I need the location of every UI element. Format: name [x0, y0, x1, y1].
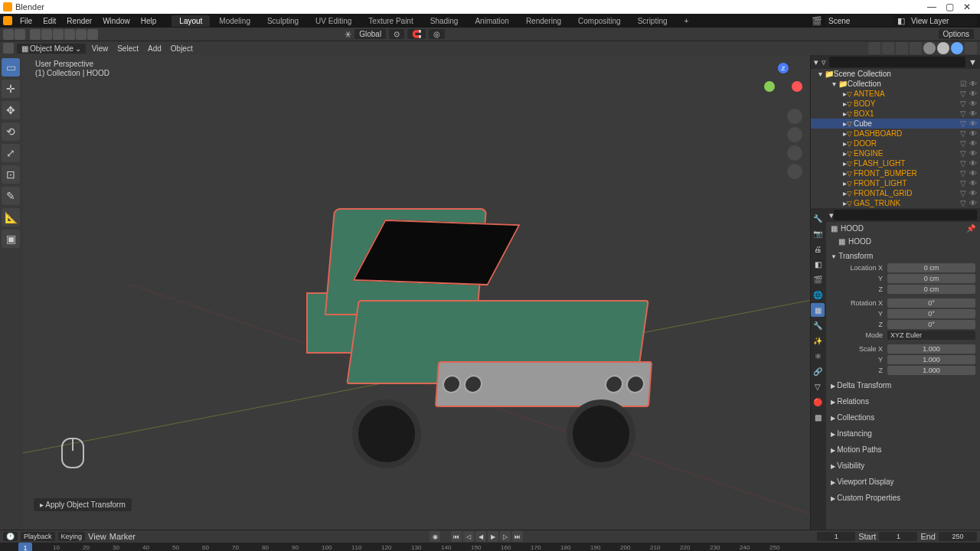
prop-tab-particle[interactable]: ✨	[811, 334, 825, 347]
menu-render[interactable]: Render	[62, 17, 96, 25]
shading-rendered-icon[interactable]	[951, 42, 963, 54]
close-button[interactable]: ✕	[963, 2, 971, 12]
camera-icon[interactable]	[787, 145, 802, 161]
outliner-display-icon[interactable]: ▾	[814, 57, 818, 67]
viewport-menu-view[interactable]: View	[89, 44, 112, 53]
workspace-scripting[interactable]: Scripting	[630, 15, 675, 27]
mesh-data-icon[interactable]: ▽	[960, 159, 968, 168]
viewlayer-input[interactable]	[908, 15, 977, 26]
prop-tab-scene[interactable]: 🎬	[811, 272, 825, 286]
menu-help[interactable]: Help	[136, 17, 162, 25]
eye-icon[interactable]: 👁	[969, 169, 977, 178]
keyframe-prev-icon[interactable]: ◁	[463, 531, 474, 542]
prop-tab-physics[interactable]: ⚛	[811, 349, 825, 363]
prop-tab-constraint[interactable]: 🔗	[811, 364, 825, 378]
outliner-item[interactable]: ▸ ▽ FRONTAL_GRID▽👁	[811, 188, 980, 198]
properties-dataname[interactable]: ▦ HOOD	[826, 235, 980, 248]
proportional-dropdown[interactable]: ◎	[429, 29, 445, 39]
3d-viewport[interactable]: User Perspective (1) Collection | HOOD	[23, 55, 810, 530]
eye-icon[interactable]: 👁	[969, 99, 977, 108]
prop-tab-texture[interactable]: ▩	[811, 410, 825, 424]
workspace-compositing[interactable]: Compositing	[570, 15, 629, 27]
playhead[interactable]: 1	[18, 543, 32, 551]
eye-icon[interactable]: 👁	[969, 109, 977, 118]
annotate-tool[interactable]: ✎	[2, 187, 20, 205]
play-icon[interactable]: ▶	[488, 531, 498, 542]
select-box-tool[interactable]: ▭	[2, 58, 20, 77]
mesh-data-icon[interactable]: ▽	[960, 119, 968, 128]
jump-end-icon[interactable]: ⏭	[512, 531, 523, 542]
cursor-tool-icon[interactable]	[3, 29, 14, 40]
keying-menu[interactable]: Keying	[58, 532, 86, 541]
workspace-layout[interactable]: Layout	[172, 15, 210, 27]
properties-section-header[interactable]: Viewport Display	[831, 475, 975, 488]
menu-window[interactable]: Window	[98, 17, 135, 25]
eye-icon[interactable]: 👁	[969, 139, 977, 148]
mesh-data-icon[interactable]: ▽	[960, 199, 968, 207]
eye-icon[interactable]: 👁	[969, 199, 977, 207]
outliner-item[interactable]: ▸ ▽ FLASH_LIGHT▽👁	[811, 158, 980, 168]
measure-tool[interactable]: 📐	[2, 208, 20, 227]
end-frame-field[interactable]: 250	[939, 532, 977, 541]
rotation-mode-dropdown[interactable]: XYZ Euler	[887, 331, 975, 340]
scale-z-field[interactable]: 1.000	[887, 366, 975, 375]
outliner-item[interactable]: ▸ ▽ FRONT_LIGHT▽👁	[811, 178, 980, 188]
start-frame-field[interactable]: 1	[879, 532, 917, 541]
prop-tab-data[interactable]: ▽	[811, 380, 825, 393]
add-cube-tool[interactable]: ▣	[2, 230, 20, 248]
workspace-shading[interactable]: Shading	[423, 15, 466, 27]
eye-icon[interactable]: 👁	[969, 129, 977, 138]
marker-menu[interactable]: Marker	[109, 532, 136, 541]
workspace-add[interactable]: +	[677, 15, 697, 27]
outliner-item[interactable]: ▸ ▽ DOOR▽👁	[811, 139, 980, 148]
mesh-data-icon[interactable]: ▽	[960, 169, 968, 178]
mesh-data-icon[interactable]: ▽	[960, 189, 968, 197]
viewport-menu-add[interactable]: Add	[145, 44, 165, 53]
location-z-field[interactable]: 0 cm	[887, 285, 975, 294]
outliner-collection[interactable]: ▾ 📁 Collection ☑👁	[811, 79, 980, 89]
pin-icon[interactable]: 📌	[966, 224, 975, 233]
jump-start-icon[interactable]: ⏮	[451, 531, 462, 542]
rotation-x-field[interactable]: 0°	[887, 298, 975, 308]
rotation-z-field[interactable]: 0°	[887, 320, 975, 329]
mesh-data-icon[interactable]: ▽	[960, 129, 968, 138]
prop-tab-tool[interactable]: 🔧	[811, 211, 825, 225]
outliner-item[interactable]: ▸ ▽ ANTENA▽👁	[811, 89, 980, 99]
properties-section-header[interactable]: Instancing	[831, 427, 975, 440]
viewport-menu-select[interactable]: Select	[114, 44, 142, 53]
autokey-icon[interactable]: ◉	[430, 531, 440, 542]
eye-icon[interactable]: 👁	[969, 149, 977, 158]
scale-x-field[interactable]: 1.000	[887, 344, 975, 354]
filter-icon[interactable]: ▼	[969, 57, 977, 67]
properties-section-header[interactable]: Collections	[831, 411, 975, 424]
outliner-item[interactable]: ▸ ▽ BODY▽👁	[811, 99, 980, 109]
shading-wireframe-icon[interactable]	[910, 42, 922, 54]
outliner-item[interactable]: ▸ ▽ GAS_TRUNK▽👁	[811, 198, 980, 208]
workspace-rendering[interactable]: Rendering	[518, 15, 569, 27]
location-y-field[interactable]: 0 cm	[887, 274, 975, 283]
workspace-sculpting[interactable]: Sculpting	[260, 15, 306, 27]
timeline-editor-icon[interactable]: 🕐	[3, 532, 18, 541]
menu-edit[interactable]: Edit	[38, 17, 60, 25]
axis-y[interactable]	[764, 81, 775, 92]
outliner-item[interactable]: ▸ ▽ BOX1▽👁	[811, 109, 980, 119]
checkbox-icon[interactable]: ☑	[960, 80, 968, 88]
truck-model[interactable]	[291, 162, 658, 438]
cursor-tool[interactable]: ✛	[2, 80, 20, 98]
eye-icon[interactable]: 👁	[969, 159, 977, 168]
shading-options-icon[interactable]	[965, 42, 977, 54]
snap-dropdown[interactable]: 🧲	[407, 29, 426, 39]
mode-dropdown[interactable]: ▦ Object Mode ⌄	[17, 44, 86, 54]
prop-tab-viewlayer[interactable]: ◧	[811, 257, 825, 271]
xray-icon[interactable]	[896, 42, 908, 54]
scale-y-field[interactable]: 1.000	[887, 355, 975, 364]
mesh-data-icon[interactable]: ▽	[960, 139, 968, 148]
mesh-data-icon[interactable]: ▽	[960, 90, 968, 98]
outliner-filter-icon[interactable]: ▿	[822, 57, 826, 67]
snap-icon-3[interactable]	[53, 29, 64, 40]
outliner-item[interactable]: ▸ ▽ FRONT_BUMPER▽👁	[811, 168, 980, 178]
play-reverse-icon[interactable]: ◀	[475, 531, 486, 542]
snap-element-icon[interactable]	[30, 29, 41, 40]
scene-input[interactable]	[825, 15, 894, 26]
minimize-button[interactable]: —	[927, 2, 936, 12]
